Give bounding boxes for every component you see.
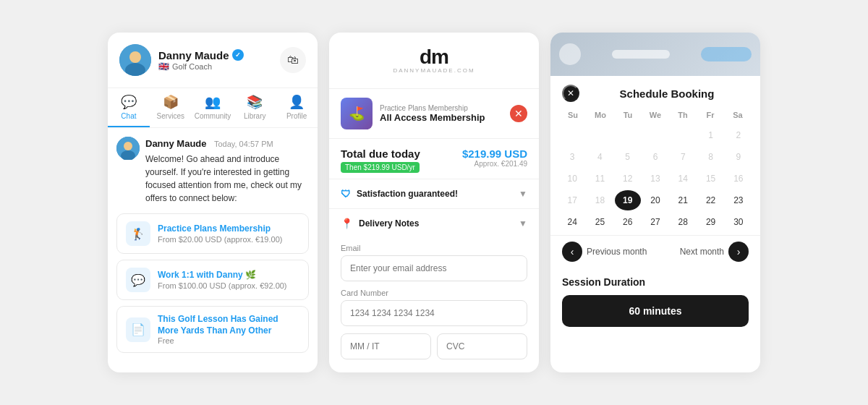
nav-community[interactable]: 👥 Community [192, 88, 234, 127]
calendar-day[interactable]: 26 [615, 212, 641, 232]
community-icon: 👥 [205, 94, 221, 110]
offer-price-3: Free [158, 336, 299, 345]
calendar-day [615, 125, 641, 145]
calendar-day: 6 [642, 147, 668, 167]
total-sub: Then $219.99 USD/yr [341, 162, 420, 173]
nav-profile[interactable]: 👤 Profile [276, 88, 318, 127]
product-row: ⛳ Practice Plans Membership All Access M… [329, 89, 539, 139]
logo-subtitle: DANNYMAUADE.COM [344, 67, 524, 74]
calendar-day: 5 [615, 147, 641, 167]
day-header-mo: Mo [587, 108, 614, 122]
message-row: Danny Maude Today, 04:57 PM Welcome! Go … [116, 137, 309, 205]
calendar-nav: ‹ Previous month Next month › [550, 235, 760, 268]
calendar-day[interactable]: 21 [670, 190, 696, 210]
nav-services[interactable]: 📦 Services [150, 88, 192, 127]
shield-icon: 🛡 [341, 188, 351, 200]
chevron-down-icon-2: ▼ [519, 218, 527, 229]
offer-info-1: Practice Plans Membership From $20.00 US… [158, 223, 282, 244]
offer-card-2[interactable]: 💬 Work 1:1 with Danny 🌿 From $100.00 USD… [116, 260, 309, 300]
nav-chat[interactable]: 💬 Chat [108, 88, 150, 127]
satisfaction-label: Satisfaction guaranteed! [357, 189, 458, 199]
calendar-day[interactable]: 27 [642, 212, 668, 232]
calendar-day: 2 [726, 125, 752, 145]
prev-month-button[interactable]: ‹ Previous month [562, 242, 647, 262]
day-header-su: Su [559, 108, 587, 122]
day-header-sa: Sa [724, 108, 752, 122]
message-avatar [116, 137, 140, 160]
svg-point-4 [124, 142, 132, 150]
next-month-button[interactable]: Next month › [680, 242, 749, 262]
checkout-form: Email Card Number [329, 238, 539, 372]
logo-text: dm [344, 47, 524, 67]
calendar-day-headers: Su Mo Tu We Th Fr Sa [550, 108, 760, 122]
session-section: Session Duration 60 minutes [550, 268, 760, 336]
offer-price-2: From $100.00 USD (approx. €92.00) [158, 281, 287, 290]
delivery-notes-left: 📍 Delivery Notes [341, 218, 419, 229]
offer-icon-1: 🏌️ [126, 221, 150, 246]
offer-card-3[interactable]: 📄 This Golf Lesson Has Gained More Yards… [116, 306, 309, 353]
remove-button[interactable]: ✕ [510, 105, 527, 122]
close-button[interactable]: ✕ [562, 85, 579, 102]
verified-badge: ✓ [232, 49, 244, 61]
pin-icon: 📍 [341, 218, 353, 229]
card-number-field[interactable] [341, 300, 527, 326]
calendar-day[interactable]: 30 [726, 212, 752, 232]
expiry-field[interactable] [341, 333, 431, 359]
calendar-day[interactable]: 19 [615, 190, 641, 210]
chat-navigation: 💬 Chat 📦 Services 👥 Community 📚 Library … [108, 88, 318, 128]
total-approx: Approx. €201.49 [462, 160, 527, 168]
offer-title-3: This Golf Lesson Has Gained More Yards T… [158, 314, 299, 336]
user-name: Danny Maude ✓ [158, 49, 244, 61]
calendar-day[interactable]: 20 [642, 190, 668, 210]
schedule-header-bar [550, 40, 760, 68]
total-left: Total due today Then $219.99 USD/yr [341, 148, 420, 173]
email-field[interactable] [341, 255, 527, 281]
checkout-panel: dm DANNYMAUADE.COM ⛳ Practice Plans Memb… [329, 33, 539, 372]
offer-info-3: This Golf Lesson Has Gained More Yards T… [158, 314, 299, 345]
day-header-we: We [642, 108, 669, 122]
calendar-grid: 1234567891011121314151617181920212223242… [550, 125, 760, 232]
calendar-day[interactable]: 22 [697, 190, 723, 210]
total-row: Total due today Then $219.99 USD/yr $219… [329, 139, 539, 179]
message-text: Welcome! Go ahead and introduce yourself… [145, 153, 309, 205]
offer-title-1: Practice Plans Membership [158, 223, 282, 235]
next-arrow-icon: › [728, 242, 749, 262]
calendar-day [587, 125, 613, 145]
message-header: Danny Maude Today, 04:57 PM [145, 137, 309, 150]
schedule-header-image [550, 33, 760, 76]
satisfaction-accordion[interactable]: 🛡 Satisfaction guaranteed! ▼ [329, 179, 539, 208]
library-icon: 📚 [247, 94, 263, 110]
cart-button[interactable]: 🛍 [280, 47, 306, 73]
offer-card-1[interactable]: 🏌️ Practice Plans Membership From $20.00… [116, 213, 309, 254]
calendar-day[interactable]: 25 [587, 212, 613, 232]
calendar-day: 9 [726, 147, 752, 167]
day-header-th: Th [669, 108, 697, 122]
services-icon: 📦 [163, 94, 179, 110]
card-details-row [341, 333, 527, 367]
schedule-title-row: ✕ Schedule Booking [550, 76, 760, 108]
calendar-day[interactable]: 29 [697, 212, 723, 232]
calendar-day: 11 [587, 169, 613, 189]
chat-user-info: Danny Maude ✓ 🇬🇧 Golf Coach [158, 49, 244, 72]
calendar-day: 18 [587, 190, 613, 210]
header-avatar-blur [559, 43, 581, 65]
chat-header-left: Danny Maude ✓ 🇬🇧 Golf Coach [119, 44, 244, 76]
session-label: Session Duration [562, 276, 749, 288]
chat-body: Danny Maude Today, 04:57 PM Welcome! Go … [108, 128, 318, 372]
product-info: Practice Plans Membership All Access Mem… [380, 104, 503, 123]
session-duration-button[interactable]: 60 minutes [562, 295, 749, 327]
nav-library[interactable]: 📚 Library [234, 88, 276, 127]
offer-icon-3: 📄 [126, 317, 150, 342]
calendar-day[interactable]: 23 [726, 190, 752, 210]
schedule-title: Schedule Booking [585, 88, 749, 100]
calendar-day: 8 [697, 147, 723, 167]
schedule-panel: ✕ Schedule Booking Su Mo Tu We Th Fr Sa … [550, 33, 760, 372]
calendar-day: 3 [559, 147, 585, 167]
chevron-down-icon: ▼ [519, 189, 527, 199]
calendar-day[interactable]: 28 [670, 212, 696, 232]
calendar-day[interactable]: 24 [559, 212, 585, 232]
cvc-field[interactable] [437, 333, 527, 359]
calendar-day: 4 [587, 147, 613, 167]
calendar-day: 17 [559, 190, 585, 210]
delivery-notes-accordion[interactable]: 📍 Delivery Notes ▼ [329, 208, 539, 238]
